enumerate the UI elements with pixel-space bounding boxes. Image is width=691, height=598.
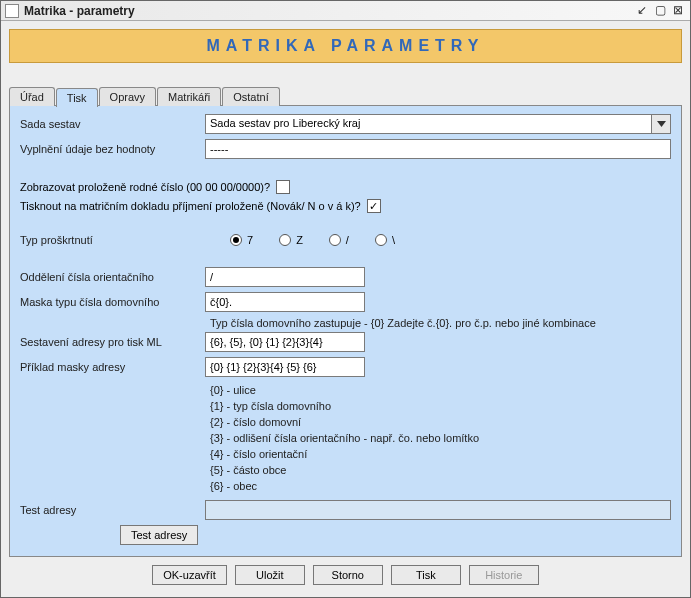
vyplneni-input[interactable] [205,139,671,159]
radio-z[interactable]: Z [279,234,303,246]
vyplneni-label: Vyplnění údaje bez hodnoty [20,143,205,155]
prolozene-rodne-label: Zobrazovat proloženě rodné číslo (00 00 … [20,181,270,193]
oddeleni-input[interactable] [205,267,365,287]
app-icon [5,4,19,18]
sada-sestav-select[interactable]: Sada sestav pro Liberecký kraj [205,114,671,134]
tab-opravy[interactable]: Opravy [99,87,156,106]
maska-label: Maska typu čísla domovního [20,296,205,308]
sestaveni-label: Sestavení adresy pro tisk ML [20,336,205,348]
minimize-icon[interactable]: ↙ [634,4,650,18]
chevron-down-icon[interactable] [651,114,671,134]
titlebar: Matrika - parametry ↙ ▢ ⊠ [1,1,690,21]
priklad-label: Příklad masky adresy [20,361,205,373]
legend-2: {2} - číslo domovní [210,414,671,430]
ok-button[interactable]: OK-uzavřít [152,565,227,585]
legend-3: {3} - odlišení čísla orientačního - např… [210,430,671,446]
window: Matrika - parametry ↙ ▢ ⊠ MATRIKA PARAME… [0,0,691,598]
legend-6: {6} - obec [210,478,671,494]
legend-4: {4} - číslo orientační [210,446,671,462]
dialog-buttons: OK-uzavřít Uložit Storno Tisk Historie [9,557,682,589]
prolozene-rodne-checkbox[interactable] [276,180,290,194]
window-title: Matrika - parametry [24,4,632,18]
tab-tisk[interactable]: Tisk [56,88,98,107]
prijmeni-prolozene-checkbox[interactable]: ✓ [367,199,381,213]
content: MATRIKA PARAMETRY Úřad Tisk Opravy Matri… [1,21,690,597]
maska-hint: Typ čísla domovního zastupuje - {0} Zade… [210,317,671,329]
page-header: MATRIKA PARAMETRY [9,29,682,63]
tab-urad[interactable]: Úřad [9,87,55,106]
test-adresy-label: Test adresy [20,504,205,516]
priklad-input[interactable] [205,357,365,377]
print-button[interactable]: Tisk [391,565,461,585]
oddeleni-label: Oddělení čísla orientačního [20,271,205,283]
legend-5: {5} - částo obce [210,462,671,478]
cancel-button[interactable]: Storno [313,565,383,585]
prijmeni-prolozene-label: Tisknout na matričním dokladu příjmení p… [20,200,361,212]
sada-sestav-value: Sada sestav pro Liberecký kraj [205,114,651,134]
history-button: Historie [469,565,539,585]
svg-marker-0 [657,121,666,127]
test-adresy-output [205,500,671,520]
maska-input[interactable] [205,292,365,312]
maximize-icon[interactable]: ▢ [652,4,668,18]
legend: {0} - ulice {1} - typ čísla domovního {2… [210,382,671,494]
typ-proskrtnuti-label: Typ proškrtnutí [20,234,230,246]
save-button[interactable]: Uložit [235,565,305,585]
test-adresy-button[interactable]: Test adresy [120,525,198,545]
legend-1: {1} - typ čísla domovního [210,398,671,414]
radio-backslash[interactable]: \ [375,234,395,246]
tab-matrikari[interactable]: Matrikáři [157,87,221,106]
radio-7[interactable]: 7 [230,234,253,246]
typ-proskrtnuti-group: 7 Z / \ [230,234,395,246]
tab-ostatni[interactable]: Ostatní [222,87,279,106]
radio-slash[interactable]: / [329,234,349,246]
tab-panel-tisk: Sada sestav Sada sestav pro Liberecký kr… [9,105,682,557]
page-title: MATRIKA PARAMETRY [207,37,485,54]
tabs: Úřad Tisk Opravy Matrikáři Ostatní [9,87,682,106]
close-icon[interactable]: ⊠ [670,4,686,18]
sada-sestav-label: Sada sestav [20,118,205,130]
legend-0: {0} - ulice [210,382,671,398]
sestaveni-input[interactable] [205,332,365,352]
